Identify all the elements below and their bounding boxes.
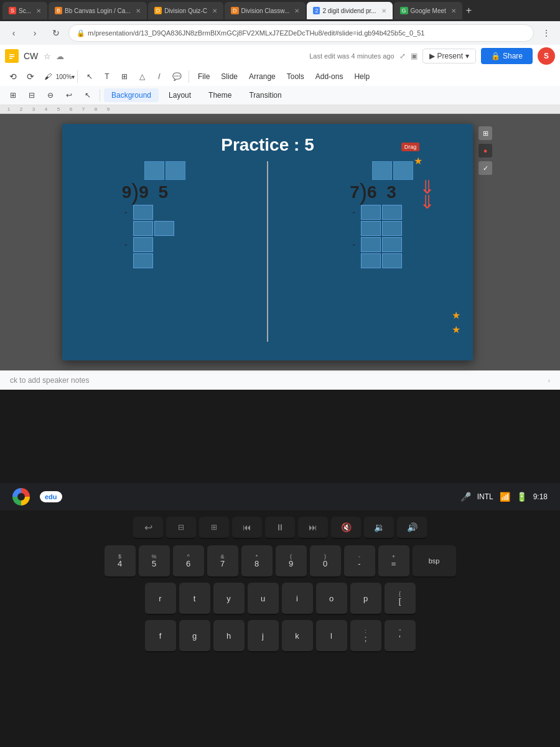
menu-help[interactable]: Help bbox=[349, 70, 375, 83]
user-avatar[interactable]: S bbox=[538, 47, 555, 65]
tab-sc[interactable]: S Sc... ✕ bbox=[2, 2, 47, 19]
prob2-ans-box-2[interactable] bbox=[393, 161, 413, 180]
tab-layout[interactable]: Layout bbox=[161, 88, 198, 102]
tab-transition[interactable]: Transition bbox=[241, 88, 289, 102]
present-dropdown-icon[interactable]: ▾ bbox=[465, 52, 469, 60]
key-p[interactable]: p bbox=[350, 583, 381, 615]
ruler: 1 2 3 4 5 6 7 8 9 bbox=[0, 105, 560, 114]
key-c[interactable]: ↩ bbox=[133, 517, 163, 539]
key-caret-6[interactable]: ^ 6 bbox=[173, 545, 204, 578]
key-equals[interactable]: + = bbox=[378, 545, 409, 578]
w2-6-cell bbox=[382, 237, 402, 252]
key-l[interactable]: l bbox=[316, 620, 347, 652]
tab-close-bb[interactable]: ✕ bbox=[136, 7, 141, 14]
tab-close-meet[interactable]: ✕ bbox=[451, 7, 456, 14]
key-prev[interactable]: ⏮ bbox=[232, 517, 262, 539]
tab-close-active[interactable]: ✕ bbox=[381, 7, 386, 14]
key-star-8[interactable]: * 8 bbox=[241, 545, 273, 578]
cursor-button[interactable]: ↖ bbox=[82, 68, 98, 85]
key-percent-5[interactable]: % 5 bbox=[139, 545, 170, 578]
tab-active[interactable]: 2 2 digit dividend pr... ✕ bbox=[307, 2, 392, 19]
tab-bb[interactable]: B Bb Canvas Login / Ca... ✕ bbox=[49, 2, 147, 19]
key-minus[interactable]: - - bbox=[344, 545, 375, 578]
check-icon[interactable]: ✓ bbox=[478, 161, 492, 175]
redo-button[interactable]: ⟳ bbox=[22, 68, 39, 85]
slides-panel-toggle[interactable]: ⊞ bbox=[5, 87, 21, 103]
more-options-button[interactable]: ⋮ bbox=[538, 24, 555, 42]
slide-undo[interactable]: ↩ bbox=[61, 87, 77, 103]
prob1-ans-box-1[interactable] bbox=[144, 161, 164, 180]
key-backspace[interactable]: bsp bbox=[413, 545, 456, 578]
text-button[interactable]: T bbox=[99, 68, 115, 85]
alert-icon[interactable]: ● bbox=[478, 144, 492, 157]
new-tab-button[interactable]: + bbox=[466, 5, 472, 16]
key-vol-up[interactable]: 🔊 bbox=[397, 517, 427, 539]
present-button[interactable]: ▶ Present ▾ bbox=[422, 49, 476, 63]
key-o[interactable]: o bbox=[316, 583, 347, 615]
forward-button[interactable]: › bbox=[26, 24, 44, 42]
prob1-ans-box-2[interactable] bbox=[166, 161, 185, 180]
tab-close-classwork[interactable]: ✕ bbox=[294, 7, 299, 14]
key-g[interactable]: g bbox=[179, 620, 210, 652]
key-j[interactable]: j bbox=[248, 620, 279, 652]
grid-view-icon[interactable]: ⊞ bbox=[478, 126, 492, 140]
shapes-button[interactable]: △ bbox=[134, 68, 150, 85]
slide-grid-btn[interactable]: ⊟ bbox=[24, 87, 40, 103]
tab-close-quiz[interactable]: ✕ bbox=[212, 7, 217, 14]
key-f[interactable]: f bbox=[145, 620, 176, 652]
key-rparen-0[interactable]: ) 0 bbox=[310, 545, 341, 578]
key-y[interactable]: y bbox=[213, 583, 245, 615]
zoom-button[interactable]: 100%▾ bbox=[57, 68, 73, 85]
expand-notes-icon[interactable]: › bbox=[548, 377, 550, 384]
comment-button[interactable]: 💬 bbox=[169, 68, 185, 85]
line-button[interactable]: / bbox=[151, 68, 167, 85]
key-i[interactable]: i bbox=[282, 583, 313, 615]
key-mute[interactable]: 🔇 bbox=[331, 517, 361, 539]
tab-background[interactable]: Background bbox=[104, 88, 159, 102]
chrome-icon[interactable] bbox=[12, 488, 30, 505]
image-button[interactable]: ⊞ bbox=[116, 68, 133, 85]
paint-button[interactable]: 🖌 bbox=[40, 68, 56, 85]
speaker-notes[interactable]: ck to add speaker notes › bbox=[0, 370, 560, 390]
prob2-answer-boxes bbox=[372, 161, 413, 180]
slide-zoom-minus[interactable]: ⊖ bbox=[42, 87, 58, 103]
slide-canvas[interactable]: Practice : 5 9 ) 9 5 bbox=[62, 124, 473, 360]
key-next[interactable]: ⏭ bbox=[298, 517, 328, 539]
canvas-wrapper: 1 2 3 4 5 6 7 8 9 Practice : 5 bbox=[0, 105, 560, 390]
key-fullscreen[interactable]: ⊞ bbox=[199, 517, 229, 539]
key-window[interactable]: ⊟ bbox=[166, 517, 196, 539]
slide-cursor[interactable]: ↖ bbox=[80, 87, 96, 103]
key-lparen-9[interactable]: ( 9 bbox=[276, 545, 307, 578]
tab-theme[interactable]: Theme bbox=[201, 88, 239, 102]
key-r[interactable]: r bbox=[145, 583, 176, 615]
star-icon[interactable]: ☆ bbox=[44, 52, 51, 61]
key-dollar-4[interactable]: $ 4 bbox=[105, 545, 136, 578]
menu-slide[interactable]: Slide bbox=[216, 70, 243, 83]
key-t[interactable]: t bbox=[179, 583, 210, 615]
edu-badge[interactable]: edu bbox=[40, 491, 62, 502]
url-bar[interactable]: 🔒 m/presentation/d/13_D9QA836JN8zBrmBlXm… bbox=[68, 24, 534, 42]
tab-classwork[interactable]: D Division Classw... ✕ bbox=[225, 2, 306, 19]
menu-tools[interactable]: Tools bbox=[282, 70, 309, 83]
menu-arrange[interactable]: Arrange bbox=[244, 70, 281, 83]
tab-quiz[interactable]: D Division Quiz-C ✕ bbox=[148, 2, 223, 19]
key-vol-down[interactable]: 🔉 bbox=[364, 517, 394, 539]
menu-addons[interactable]: Add-ons bbox=[310, 70, 348, 83]
menu-file[interactable]: File bbox=[193, 70, 215, 83]
key-amp-7[interactable]: & 7 bbox=[207, 545, 238, 578]
key-h[interactable]: h bbox=[213, 620, 245, 652]
share-button[interactable]: 🔒 Share bbox=[481, 48, 533, 64]
key-u[interactable]: u bbox=[248, 583, 279, 615]
undo-button[interactable]: ⟲ bbox=[5, 68, 21, 85]
refresh-button[interactable]: ↻ bbox=[47, 24, 65, 42]
key-k[interactable]: k bbox=[282, 620, 313, 652]
tab-meet[interactable]: G Google Meet ✕ bbox=[394, 2, 462, 19]
tab-close-sc[interactable]: ✕ bbox=[36, 7, 41, 14]
key-quote[interactable]: " ' bbox=[385, 620, 416, 652]
prob2-ans-box-1[interactable] bbox=[372, 161, 392, 180]
key-play[interactable]: ⏸ bbox=[265, 517, 295, 539]
prob1-div-row: 9 ) 9 5 bbox=[122, 182, 171, 202]
back-button[interactable]: ‹ bbox=[5, 24, 22, 42]
key-lbracket[interactable]: { [ bbox=[385, 583, 416, 615]
key-semicolon[interactable]: : ; bbox=[350, 620, 381, 652]
